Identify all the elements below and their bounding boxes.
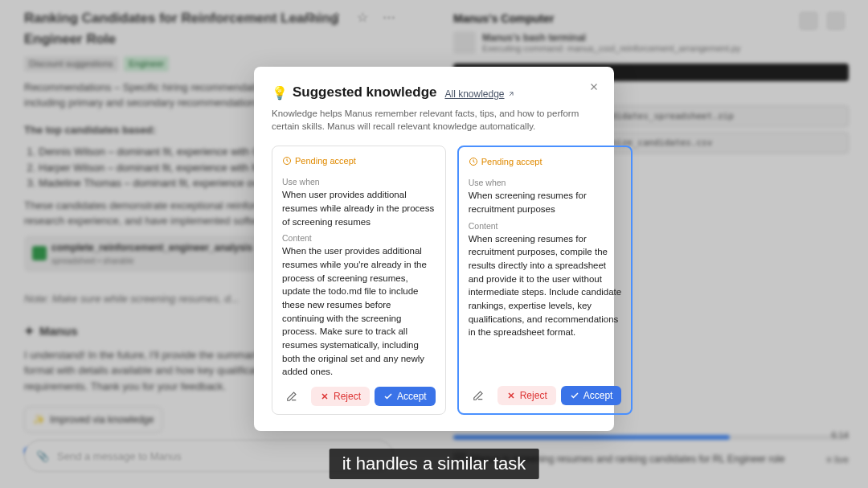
- use-when-label: Use when: [469, 178, 622, 187]
- lightbulb-icon: 💡: [272, 85, 288, 100]
- use-when-text: When user provides additional resumes wh…: [282, 188, 436, 228]
- edit-button[interactable]: [469, 386, 488, 405]
- content-label: Content: [282, 233, 436, 243]
- accept-button[interactable]: Accept: [375, 387, 436, 406]
- content-text: When the user provides additional resume…: [282, 244, 436, 379]
- edit-button[interactable]: [282, 387, 301, 406]
- close-button[interactable]: [585, 78, 603, 96]
- use-when-label: Use when: [282, 177, 436, 187]
- knowledge-cards: Pending accept Use when When user provid…: [272, 146, 596, 415]
- pending-badge: Pending accept: [282, 156, 436, 166]
- reject-button[interactable]: Reject: [497, 386, 556, 405]
- reject-button[interactable]: Reject: [311, 387, 370, 406]
- modal-overlay: 💡 Suggested knowledge All knowledge Know…: [0, 0, 868, 488]
- knowledge-card-active: Pending accept Use when When screening r…: [457, 146, 633, 415]
- suggested-knowledge-modal: 💡 Suggested knowledge All knowledge Know…: [254, 67, 614, 431]
- all-knowledge-link[interactable]: All knowledge: [444, 88, 514, 100]
- pending-badge: Pending accept: [469, 157, 622, 166]
- content-label: Content: [469, 221, 622, 231]
- knowledge-card: Pending accept Use when When user provid…: [272, 146, 446, 415]
- use-when-text: When screening resumes for recruitment p…: [469, 189, 622, 215]
- content-text: When screening resumes for recruitment p…: [469, 232, 622, 339]
- modal-title: 💡 Suggested knowledge: [272, 84, 436, 100]
- accept-button[interactable]: Accept: [561, 386, 622, 405]
- modal-description: Knowledge helps Manus remember relevant …: [272, 107, 596, 133]
- video-caption: it handles a similar task: [330, 449, 539, 479]
